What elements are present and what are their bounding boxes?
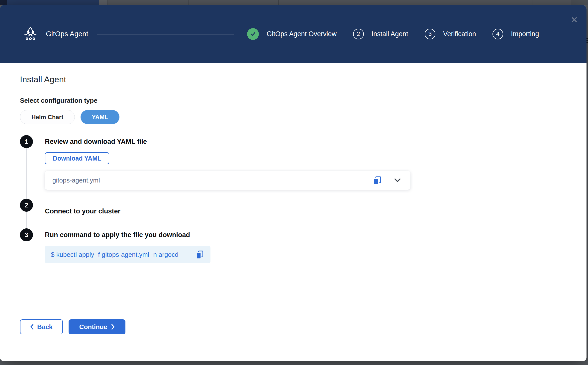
helm-chart-option[interactable]: Helm Chart (20, 110, 75, 124)
continue-button[interactable]: Continue (69, 319, 125, 334)
step-2-number: 2 (20, 199, 33, 212)
header-divider-line (97, 34, 234, 34)
install-step-1: 1 Review and download YAML file Download… (20, 135, 444, 190)
stepper-label: GitOps Agent Overview (267, 30, 337, 38)
step-1-number: 1 (20, 135, 33, 148)
gitops-agent-wizard-modal: GitOps Agent GitOps Agent Overview 2 Ins… (0, 5, 587, 361)
step-number-badge: 3 (425, 29, 435, 39)
chevron-left-icon (30, 324, 34, 330)
step-2-title: Connect to your cluster (45, 205, 120, 218)
background-divider (188, 0, 189, 5)
check-icon (250, 31, 256, 37)
expand-yaml-button[interactable] (393, 178, 401, 183)
background-topbar-segment (99, 0, 107, 5)
background-app-topbar (0, 0, 588, 5)
close-button[interactable] (571, 16, 578, 23)
back-label: Back (37, 323, 53, 331)
yaml-file-name: gitops-agent.yml (52, 177, 372, 184)
wizard-footer: Back Continue (20, 319, 587, 349)
config-type-label: Select configuration type (20, 97, 587, 104)
step-3-number: 3 (20, 228, 33, 241)
stepper-item-verification[interactable]: 3 Verification (425, 29, 476, 39)
continue-label: Continue (79, 323, 107, 331)
background-divider (107, 0, 108, 5)
copy-icon (195, 250, 204, 260)
step-complete-badge (247, 28, 259, 40)
download-yaml-button[interactable]: Download YAML (45, 152, 109, 164)
copy-command-button[interactable] (195, 250, 204, 260)
copy-icon (372, 175, 382, 185)
stepper-item-install-agent[interactable]: 2 Install Agent (353, 29, 408, 39)
chevron-down-icon (393, 178, 401, 183)
step-number-badge: 2 (353, 29, 364, 39)
page-title: Install Agent (20, 74, 587, 85)
screen: GitOps Agent GitOps Agent Overview 2 Ins… (0, 0, 588, 365)
chevron-right-icon (111, 324, 115, 330)
install-steps: 1 Review and download YAML file Download… (20, 135, 444, 263)
step-number-badge: 4 (492, 29, 503, 39)
stepper-label: Importing (511, 30, 539, 38)
config-type-toggle: Helm Chart YAML (20, 110, 587, 124)
argo-octopus-icon (23, 26, 38, 42)
background-divider (532, 0, 532, 5)
install-step-2: 2 Connect to your cluster (20, 199, 444, 218)
background-topbar-corner (571, 0, 588, 5)
background-bottom-edge (0, 361, 588, 365)
step-1-title: Review and download YAML file (45, 135, 410, 148)
yaml-option[interactable]: YAML (81, 110, 119, 124)
stepper-item-importing[interactable]: 4 Importing (492, 29, 539, 39)
copy-yaml-button[interactable] (372, 175, 382, 185)
back-button[interactable]: Back (20, 319, 63, 334)
stepper-item-overview[interactable]: GitOps Agent Overview (247, 28, 337, 40)
wizard-title: GitOps Agent (46, 30, 88, 38)
kubectl-command: $ kubectl apply -f gitops-agent.yml -n a… (51, 251, 195, 259)
wizard-header: GitOps Agent GitOps Agent Overview 2 Ins… (0, 5, 587, 63)
stepper-label: Install Agent (372, 30, 408, 38)
kubectl-command-box: $ kubectl apply -f gitops-agent.yml -n a… (45, 246, 210, 263)
wizard-stepper: GitOps Agent Overview 2 Install Agent 3 … (247, 28, 539, 40)
background-divider (278, 0, 279, 5)
wizard-body: Install Agent Select configuration type … (0, 63, 587, 349)
yaml-file-row[interactable]: gitops-agent.yml (45, 171, 410, 190)
background-edge-lines (587, 38, 588, 43)
step-3-title: Run command to apply the file you downlo… (45, 228, 210, 241)
background-right-edge (587, 5, 588, 361)
background-nav-tab (7, 0, 99, 5)
stepper-label: Verification (443, 30, 476, 38)
background-sidebar-edge (0, 0, 7, 5)
close-icon (571, 16, 578, 23)
install-step-3: 3 Run command to apply the file you down… (20, 228, 444, 263)
